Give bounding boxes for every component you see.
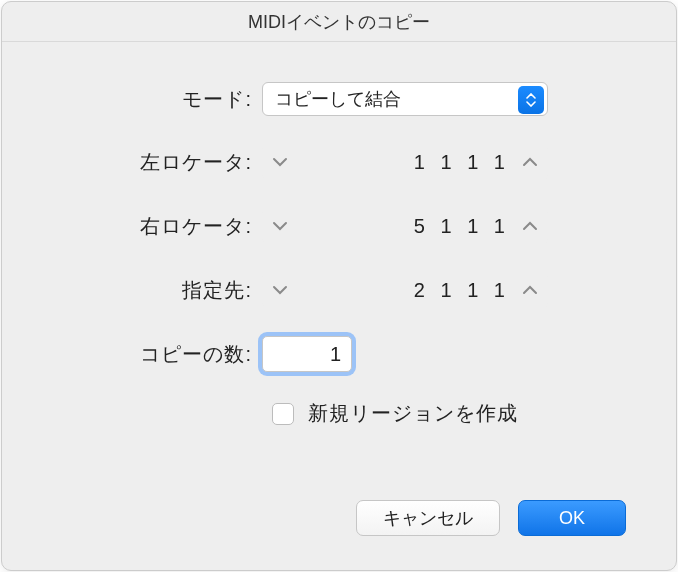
destination-row: 指定先: 2 1 1 1 <box>82 272 596 308</box>
dialog-title: MIDIイベントのコピー <box>248 10 430 34</box>
copies-input[interactable] <box>262 336 352 372</box>
ok-button[interactable]: OK <box>518 500 626 536</box>
chevron-down-icon[interactable] <box>268 278 292 302</box>
chevron-up-icon[interactable] <box>518 150 542 174</box>
left-locator-row: 左ロケータ: 1 1 1 1 <box>82 144 596 180</box>
mode-select[interactable]: コピーして結合 <box>262 82 548 116</box>
right-locator-field[interactable]: 5 1 1 1 <box>262 208 548 244</box>
chevron-up-icon[interactable] <box>518 214 542 238</box>
cancel-button-label: キャンセル <box>383 506 473 530</box>
mode-label: モード: <box>82 86 262 113</box>
content-area: モード: コピーして結合 左ロケータ: 1 1 1 1 <box>2 42 676 500</box>
copies-row: コピーの数: <box>82 336 596 372</box>
create-region-checkbox[interactable] <box>272 403 294 425</box>
dialog: MIDIイベントのコピー モード: コピーして結合 左ロケータ: <box>1 1 677 571</box>
chevron-up-icon[interactable] <box>518 278 542 302</box>
select-caret-icon <box>518 86 544 114</box>
chevron-down-icon[interactable] <box>268 150 292 174</box>
right-locator-label: 右ロケータ: <box>82 213 262 240</box>
left-locator-label: 左ロケータ: <box>82 149 262 176</box>
titlebar: MIDIイベントのコピー <box>2 2 676 42</box>
footer: キャンセル OK <box>2 500 676 570</box>
mode-selected-value: コピーして結合 <box>275 87 401 111</box>
mode-row: モード: コピーして結合 <box>82 82 596 116</box>
destination-label: 指定先: <box>82 277 262 304</box>
copies-label: コピーの数: <box>82 341 262 368</box>
left-locator-field[interactable]: 1 1 1 1 <box>262 144 548 180</box>
destination-field[interactable]: 2 1 1 1 <box>262 272 548 308</box>
destination-value: 2 1 1 1 <box>296 279 514 302</box>
create-region-label: 新規リージョンを作成 <box>308 400 518 427</box>
right-locator-value: 5 1 1 1 <box>296 215 514 238</box>
create-region-row: 新規リージョンを作成 <box>272 400 596 427</box>
cancel-button[interactable]: キャンセル <box>356 500 500 536</box>
ok-button-label: OK <box>559 508 585 529</box>
left-locator-value: 1 1 1 1 <box>296 151 514 174</box>
chevron-down-icon[interactable] <box>268 214 292 238</box>
right-locator-row: 右ロケータ: 5 1 1 1 <box>82 208 596 244</box>
